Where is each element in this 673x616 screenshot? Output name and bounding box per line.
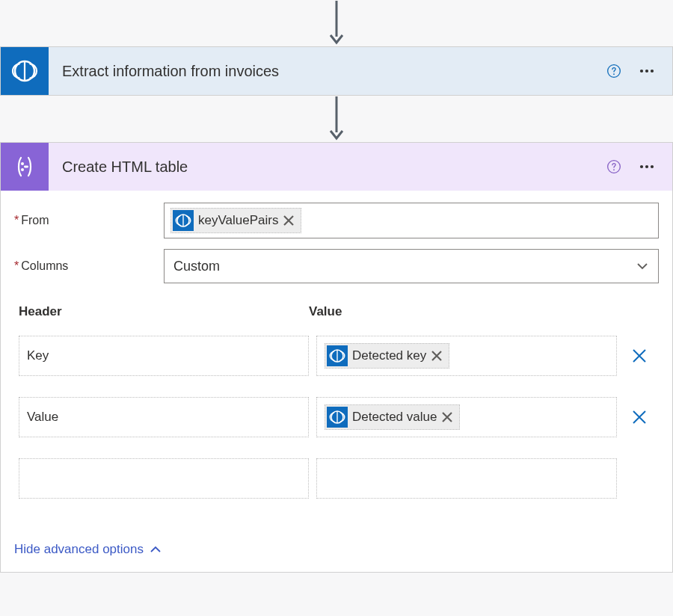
- columns-table-row-empty: [19, 458, 654, 499]
- data-operations-icon: [1, 143, 49, 191]
- columns-label: *Columns: [14, 259, 164, 273]
- token-label: Detected key: [352, 348, 426, 363]
- dynamic-token-detected-key[interactable]: Detected key: [325, 343, 449, 369]
- close-icon: [429, 348, 444, 363]
- token-remove-button[interactable]: [281, 213, 296, 228]
- action-body: *From keyValuePairs: [1, 191, 672, 572]
- columns-value: Custom: [173, 259, 220, 274]
- value-column-label: Value: [309, 304, 654, 319]
- action-header[interactable]: Extract information from invoices: [1, 47, 672, 95]
- more-icon: [638, 158, 656, 176]
- header-cell-input[interactable]: Value: [19, 397, 309, 437]
- svg-point-13: [640, 165, 643, 168]
- columns-table-row: Key Detected key: [19, 336, 654, 376]
- action-title: Create HTML table: [49, 158, 602, 176]
- header-cell-input[interactable]: [19, 458, 309, 499]
- flow-arrow: [0, 0, 673, 46]
- hide-advanced-options-toggle[interactable]: Hide advanced options: [14, 542, 162, 557]
- help-button[interactable]: [602, 59, 626, 83]
- header-column-label: Header: [19, 304, 309, 319]
- value-cell-input[interactable]: [316, 458, 617, 499]
- token-remove-button[interactable]: [440, 410, 455, 425]
- dynamic-token-detected-value[interactable]: Detected value: [325, 404, 460, 430]
- more-button[interactable]: [630, 155, 663, 179]
- remove-row-button[interactable]: [624, 397, 654, 437]
- ai-builder-icon: [173, 210, 194, 231]
- close-icon: [440, 410, 455, 425]
- action-card-create-html-table: Create HTML table *From: [0, 142, 673, 573]
- help-icon: [606, 63, 621, 79]
- columns-table-header: Header Value: [19, 304, 654, 319]
- required-indicator: *: [14, 214, 19, 227]
- chevron-up-icon: [150, 543, 162, 555]
- svg-point-14: [645, 165, 648, 168]
- required-indicator: *: [14, 259, 19, 272]
- remove-row-button[interactable]: [624, 336, 654, 376]
- value-cell-input[interactable]: Detected value: [316, 397, 617, 437]
- from-label: *From: [14, 214, 164, 227]
- token-label: Detected value: [352, 410, 437, 425]
- dynamic-token-keyvaluepairs[interactable]: keyValuePairs: [170, 208, 301, 233]
- field-row-columns: *Columns Custom: [14, 249, 659, 283]
- action-title: Extract information from invoices: [49, 63, 602, 80]
- svg-rect-9: [24, 166, 28, 168]
- header-cell-input[interactable]: Key: [19, 336, 309, 376]
- value-cell-input[interactable]: Detected key: [316, 336, 617, 376]
- action-header[interactable]: Create HTML table: [1, 143, 672, 191]
- svg-point-4: [640, 70, 643, 73]
- chevron-down-icon: [636, 259, 649, 273]
- more-icon: [638, 62, 656, 80]
- ai-builder-icon: [327, 345, 348, 366]
- token-label: keyValuePairs: [198, 213, 278, 228]
- ai-builder-icon: [1, 47, 49, 95]
- svg-point-5: [645, 70, 648, 73]
- columns-table-row: Value Detected value: [19, 397, 654, 437]
- svg-point-10: [21, 168, 24, 171]
- close-icon: [281, 213, 296, 228]
- field-row-from: *From keyValuePairs: [14, 203, 659, 238]
- more-button[interactable]: [630, 59, 663, 83]
- action-card-extract-invoices[interactable]: Extract information from invoices: [0, 46, 673, 96]
- flow-arrow: [0, 96, 673, 142]
- from-input[interactable]: keyValuePairs: [164, 203, 659, 238]
- help-icon: [606, 158, 621, 175]
- token-remove-button[interactable]: [429, 348, 444, 363]
- svg-point-12: [613, 169, 615, 170]
- help-button[interactable]: [602, 155, 626, 179]
- svg-point-3: [613, 73, 615, 75]
- columns-select[interactable]: Custom: [164, 249, 659, 283]
- close-icon: [631, 348, 648, 364]
- close-icon: [631, 409, 648, 425]
- ai-builder-icon: [327, 407, 348, 428]
- columns-table: Header Value Key Detected key: [14, 304, 659, 499]
- svg-point-6: [651, 70, 654, 73]
- svg-point-8: [21, 162, 24, 165]
- svg-point-15: [651, 165, 654, 168]
